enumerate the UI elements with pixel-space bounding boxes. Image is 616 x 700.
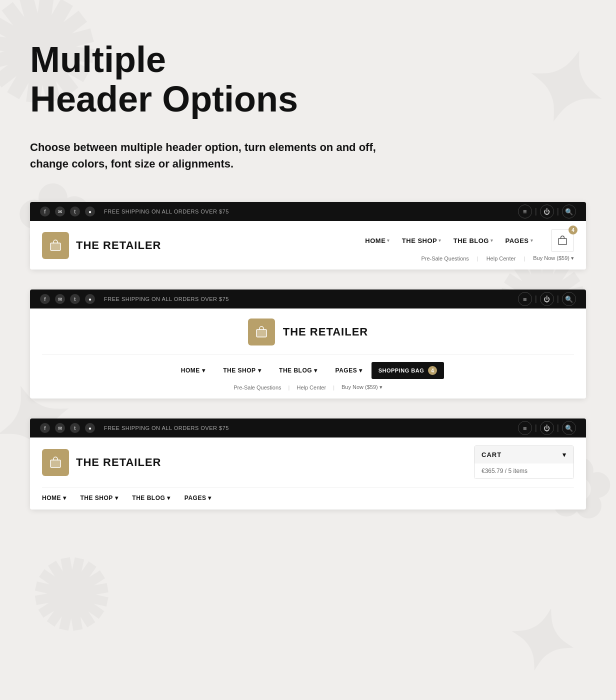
buy-now-2[interactable]: Buy Now ($59) ▾: [342, 384, 382, 390]
nav-blog-3[interactable]: THE BLOG ▾: [132, 494, 184, 502]
logo-text-2: THE RETAILER: [283, 326, 368, 338]
facebook-icon-2[interactable]: f: [40, 294, 50, 304]
nav-home-3[interactable]: HOME ▾: [42, 494, 80, 502]
power-icon-2[interactable]: ⏻: [540, 292, 554, 306]
header-main-2: THE RETAILER HOME ▾ THE SHOP ▾ THE BLOG …: [30, 308, 586, 398]
facebook-icon-3[interactable]: f: [40, 423, 50, 433]
search-icon-3[interactable]: 🔍: [562, 421, 576, 435]
search-icon-1[interactable]: 🔍: [562, 204, 576, 218]
topbar-1: f ✉ t ● FREE SHIPPING ON ALL ORDERS OVER…: [30, 202, 586, 221]
shipping-text-2: FREE SHIPPING ON ALL ORDERS OVER $75: [104, 296, 229, 302]
cart-button-1[interactable]: 4: [551, 229, 574, 252]
bag-badge: 4: [428, 366, 437, 375]
logo-area-2: THE RETAILER: [248, 318, 368, 346]
topbar-right-1: ≡ | ⏻ | 🔍: [518, 204, 576, 218]
nav-pages-3[interactable]: PAGES ▾: [184, 494, 226, 502]
search-icon-2[interactable]: 🔍: [562, 292, 576, 306]
message-icon-3[interactable]: ✉: [55, 423, 65, 433]
nav-pages-1[interactable]: PAGES ▾: [505, 237, 533, 244]
header-main-3: THE RETAILER CART ▾ €365.79 / 5 items HO…: [30, 438, 586, 510]
topbar-left-1: f ✉ t ● FREE SHIPPING ON ALL ORDERS OVER…: [40, 206, 229, 216]
cart-widget-info: €365.79 / 5 items: [474, 464, 574, 478]
power-icon-3[interactable]: ⏻: [540, 421, 554, 435]
menu-icon-2[interactable]: ≡: [518, 292, 532, 306]
nav-main-3: HOME ▾ THE SHOP ▾ THE BLOG ▾ PAGES ▾: [42, 487, 574, 502]
logo-icon-1: [42, 232, 69, 259]
twitter-icon[interactable]: t: [70, 206, 80, 216]
nav-blog-1[interactable]: THE BLOG ▾: [454, 237, 494, 244]
header-demo-3: f ✉ t ● FREE SHIPPING ON ALL ORDERS OVER…: [30, 418, 586, 510]
svg-rect-2: [256, 330, 266, 337]
topbar-left-3: f ✉ t ● FREE SHIPPING ON ALL ORDERS OVER…: [40, 423, 229, 433]
logo-icon-3: [42, 449, 69, 476]
header-demo-2: f ✉ t ● FREE SHIPPING ON ALL ORDERS OVER…: [30, 290, 586, 398]
logo-text-1: THE RETAILER: [76, 239, 161, 252]
topbar-right-2: ≡ | ⏻ | 🔍: [518, 292, 576, 306]
nav-shop-3[interactable]: THE SHOP ▾: [80, 494, 132, 502]
logo-text-3: THE RETAILER: [76, 456, 161, 469]
svg-rect-0: [50, 243, 60, 250]
shipping-text-1: FREE SHIPPING ON ALL ORDERS OVER $75: [104, 208, 229, 214]
instagram-icon-2[interactable]: ●: [85, 294, 95, 304]
nav-main-2: HOME ▾ THE SHOP ▾ THE BLOG ▾ PAGES ▾ SHO…: [42, 354, 574, 379]
topbar-left-2: f ✉ t ● FREE SHIPPING ON ALL ORDERS OVER…: [40, 294, 229, 304]
svg-rect-3: [50, 460, 60, 468]
shipping-text-3: FREE SHIPPING ON ALL ORDERS OVER $75: [104, 425, 229, 431]
svg-rect-1: [558, 238, 567, 245]
hero-description: Choose between multiple header option, t…: [30, 139, 380, 172]
topbar-2: f ✉ t ● FREE SHIPPING ON ALL ORDERS OVER…: [30, 290, 586, 308]
header-demo-1: f ✉ t ● FREE SHIPPING ON ALL ORDERS OVER…: [30, 202, 586, 270]
topbar-right-3: ≡ | ⏻ | 🔍: [518, 421, 576, 435]
facebook-icon[interactable]: f: [40, 206, 50, 216]
twitter-icon-3[interactable]: t: [70, 423, 80, 433]
help-center-2[interactable]: Help Center: [296, 384, 326, 390]
nav-shop-2[interactable]: THE SHOP ▾: [214, 367, 270, 374]
nav-pages-2[interactable]: PAGES ▾: [326, 367, 372, 374]
logo-area-3: THE RETAILER: [42, 449, 161, 476]
nav-blog-2[interactable]: THE BLOG ▾: [270, 367, 326, 374]
nav-secondary-1: Pre-Sale Questions | Help Center | Buy N…: [421, 255, 574, 262]
pre-sale-2[interactable]: Pre-Sale Questions: [234, 384, 281, 390]
instagram-icon-3[interactable]: ●: [85, 423, 95, 433]
topbar-3: f ✉ t ● FREE SHIPPING ON ALL ORDERS OVER…: [30, 418, 586, 438]
instagram-icon[interactable]: ●: [85, 206, 95, 216]
logo-area-1: THE RETAILER: [42, 232, 161, 259]
nav-area-1: HOME ▾ THE SHOP ▾ THE BLOG ▾ PAGES ▾ 4 P…: [365, 229, 574, 262]
power-icon-1[interactable]: ⏻: [540, 204, 554, 218]
nav-secondary-2: Pre-Sale Questions | Help Center | Buy N…: [234, 379, 382, 398]
hero-title: Multiple Header Options: [30, 40, 586, 119]
nav-main-1: HOME ▾ THE SHOP ▾ THE BLOG ▾ PAGES ▾ 4: [365, 229, 574, 252]
nav-home-2[interactable]: HOME ▾: [172, 367, 214, 374]
cart-chevron: ▾: [562, 451, 566, 458]
cart-widget[interactable]: CART ▾ €365.79 / 5 items: [474, 446, 574, 479]
pre-sale-1[interactable]: Pre-Sale Questions: [421, 256, 468, 262]
shopping-bag-button[interactable]: SHOPPING BAG 4: [372, 362, 444, 379]
message-icon-2[interactable]: ✉: [55, 294, 65, 304]
twitter-icon-2[interactable]: t: [70, 294, 80, 304]
cart-badge-1: 4: [568, 226, 578, 234]
help-center-1[interactable]: Help Center: [486, 256, 516, 262]
logo-icon-2: [248, 318, 275, 346]
menu-icon-3[interactable]: ≡: [518, 421, 532, 435]
buy-now-1[interactable]: Buy Now ($59) ▾: [533, 255, 574, 262]
nav-home-1[interactable]: HOME ▾: [365, 237, 390, 244]
menu-icon-1[interactable]: ≡: [518, 204, 532, 218]
cart-widget-header[interactable]: CART ▾: [474, 446, 574, 464]
nav-shop-1[interactable]: THE SHOP ▾: [402, 237, 442, 244]
cart-label: CART: [482, 451, 502, 458]
message-icon[interactable]: ✉: [55, 206, 65, 216]
header-3-top-row: THE RETAILER CART ▾ €365.79 / 5 items: [42, 446, 574, 479]
header-main-1: THE RETAILER HOME ▾ THE SHOP ▾ THE BLOG …: [30, 221, 586, 270]
